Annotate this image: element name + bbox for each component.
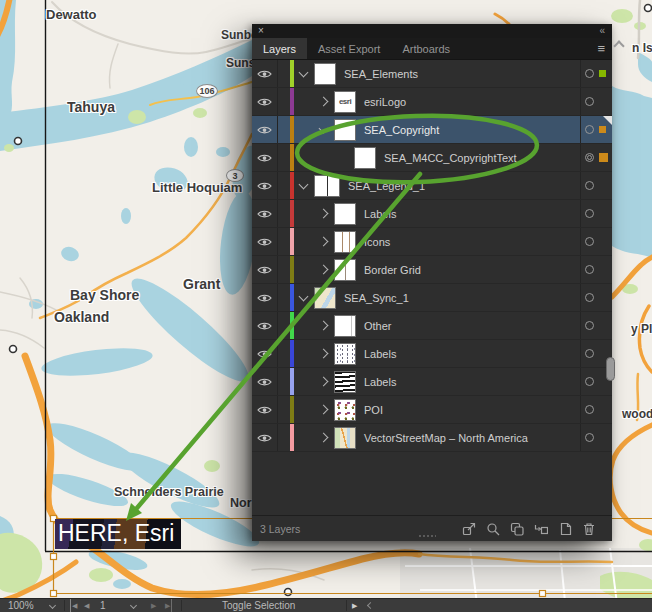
lock-toggle[interactable] <box>278 284 290 311</box>
visibility-toggle[interactable] <box>252 88 278 115</box>
expand-chevron-icon[interactable] <box>319 237 329 247</box>
status-back-icon[interactable] <box>367 602 374 609</box>
layer-row[interactable]: Icons <box>252 228 612 256</box>
target-circle-icon[interactable] <box>585 405 594 414</box>
expand-chevron-icon[interactable] <box>319 405 329 415</box>
layer-target-cell[interactable] <box>580 116 612 143</box>
layer-name[interactable]: Other <box>364 320 392 332</box>
layer-thumbnail[interactable] <box>354 147 376 169</box>
expand-chevron-icon[interactable] <box>319 97 329 107</box>
visibility-toggle[interactable] <box>252 284 278 311</box>
expand-chevron-icon[interactable] <box>299 291 309 301</box>
expand-chevron-icon[interactable] <box>319 377 329 387</box>
layer-row[interactable]: esri esriLogo <box>252 88 612 116</box>
layer-row[interactable]: SEA_Legend_1 <box>252 172 612 200</box>
new-layer-icon[interactable] <box>558 522 572 536</box>
layer-name[interactable]: Labels <box>364 348 396 360</box>
selection-handle[interactable] <box>540 591 546 597</box>
target-circle-icon[interactable] <box>585 433 594 442</box>
layer-name[interactable]: Labels <box>364 376 396 388</box>
layer-name[interactable]: SEA_Elements <box>344 68 418 80</box>
layer-target-cell[interactable] <box>580 256 612 283</box>
layer-thumbnail[interactable] <box>334 371 356 393</box>
layer-row[interactable]: SEA_Sync_1 <box>252 284 612 312</box>
previous-artboard-button[interactable]: ◀ <box>84 599 89 612</box>
expand-chevron-icon[interactable] <box>319 433 329 443</box>
layer-thumbnail[interactable] <box>314 175 340 197</box>
layer-thumbnail[interactable] <box>334 259 356 281</box>
target-circle-icon[interactable] <box>585 293 594 302</box>
target-circle-icon[interactable] <box>585 153 594 162</box>
target-circle-icon[interactable] <box>585 377 594 386</box>
layer-target-cell[interactable] <box>580 172 612 199</box>
layer-target-cell[interactable] <box>580 144 612 171</box>
lock-toggle[interactable] <box>278 256 290 283</box>
artboard-dropdown-icon[interactable] <box>130 602 137 609</box>
target-circle-icon[interactable] <box>585 321 594 330</box>
zoom-dropdown-icon[interactable] <box>49 602 56 609</box>
layer-thumbnail[interactable] <box>314 63 336 85</box>
collapse-panel-icon[interactable]: « <box>599 24 604 37</box>
layer-row[interactable]: Border Grid <box>252 256 612 284</box>
expand-chevron-icon[interactable] <box>319 265 329 275</box>
visibility-toggle[interactable] <box>252 340 278 367</box>
layer-name[interactable]: Labels <box>364 208 396 220</box>
layer-name[interactable]: esriLogo <box>364 96 406 108</box>
visibility-toggle[interactable] <box>252 60 278 87</box>
layer-target-cell[interactable] <box>580 88 612 115</box>
visibility-toggle[interactable] <box>252 144 278 171</box>
layer-row[interactable]: SEA_M4CC_CopyrightText <box>252 144 612 172</box>
visibility-toggle[interactable] <box>252 256 278 283</box>
selection-handle[interactable] <box>51 554 57 560</box>
dock-scrollbar[interactable] <box>606 357 615 381</box>
target-circle-icon[interactable] <box>585 181 594 190</box>
target-circle-icon[interactable] <box>585 209 594 218</box>
layer-name[interactable]: SEA_Copyright <box>364 124 439 136</box>
layer-row[interactable]: POI <box>252 396 612 424</box>
expand-chevron-icon[interactable] <box>319 321 329 331</box>
layer-row[interactable]: SEA_Copyright <box>252 116 612 144</box>
lock-toggle[interactable] <box>278 340 290 367</box>
lock-toggle[interactable] <box>278 200 290 227</box>
visibility-toggle[interactable] <box>252 116 278 143</box>
expand-chevron-icon[interactable] <box>299 179 309 189</box>
visibility-toggle[interactable] <box>252 200 278 227</box>
layer-thumbnail[interactable] <box>334 315 356 337</box>
layer-target-cell[interactable] <box>580 396 612 423</box>
target-circle-icon[interactable] <box>585 349 594 358</box>
close-icon[interactable]: × <box>258 24 264 37</box>
next-artboard-button[interactable]: ▶ <box>151 599 156 612</box>
delete-layer-icon[interactable] <box>582 522 596 536</box>
visibility-toggle[interactable] <box>252 368 278 395</box>
layer-target-cell[interactable] <box>580 312 612 339</box>
layer-target-cell[interactable] <box>580 200 612 227</box>
layer-row[interactable]: Labels <box>252 368 612 396</box>
layer-row[interactable]: Labels <box>252 340 612 368</box>
lock-toggle[interactable] <box>278 228 290 255</box>
layer-thumbnail[interactable] <box>334 119 356 141</box>
layer-name[interactable]: VectorStreetMap – North America <box>364 432 528 444</box>
lock-toggle[interactable] <box>278 60 290 87</box>
visibility-toggle[interactable] <box>252 172 278 199</box>
layer-row[interactable]: SEA_Elements <box>252 60 612 88</box>
layer-row[interactable]: Labels <box>252 200 612 228</box>
zoom-level[interactable]: 100% <box>8 599 34 612</box>
tab-layers[interactable]: Layers <box>252 38 307 59</box>
layer-target-cell[interactable] <box>580 284 612 311</box>
copyright-text-object[interactable]: HERE, Esri <box>55 519 181 549</box>
visibility-toggle[interactable] <box>252 424 278 451</box>
lock-toggle[interactable] <box>278 116 290 143</box>
target-circle-icon[interactable] <box>585 125 594 134</box>
expand-chevron-icon[interactable] <box>319 123 329 133</box>
visibility-toggle[interactable] <box>252 396 278 423</box>
layer-name[interactable]: POI <box>364 404 383 416</box>
target-circle-icon[interactable] <box>585 237 594 246</box>
target-circle-icon[interactable] <box>585 97 594 106</box>
last-artboard-button[interactable]: ▶ <box>165 599 172 612</box>
layer-name[interactable]: Icons <box>364 236 390 248</box>
expand-chevron-icon[interactable] <box>299 67 309 77</box>
layer-thumbnail[interactable]: esri <box>334 91 356 113</box>
layer-thumbnail[interactable] <box>334 231 356 253</box>
locate-object-icon[interactable] <box>486 522 500 536</box>
layer-thumbnail[interactable] <box>334 399 356 421</box>
